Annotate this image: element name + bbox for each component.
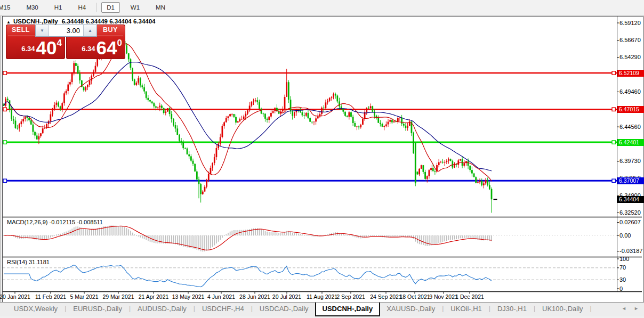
price-axis-label: 6.39730: [619, 158, 641, 165]
trading-platform-window: M15M30H1H4D1W1MN ▲USDCNH-,Daily6.34448 6…: [0, 0, 644, 318]
price-axis-label: 6.54290: [619, 54, 641, 61]
tab-scroll-left-button[interactable]: ◄: [622, 306, 626, 311]
chart-ohlc-values: 6.34448 6.34449 6.34404 6.34404: [62, 18, 156, 25]
tab-scroll-right-button[interactable]: ►: [634, 306, 639, 311]
chart-tab-bar: USDX,Weekly|EURUSD-,Daily|AUDUSD-,Daily|…: [0, 302, 644, 316]
rsi-axis-label: 30: [619, 276, 626, 283]
horizontal-level-line-6.37007[interactable]: [3, 179, 617, 182]
macd-histogram: [3, 225, 492, 251]
one-click-trade-panel: SELL 6.34404 BUY 6.34640 ▼ ▲: [6, 25, 125, 59]
price-axis-label: 6.44560: [619, 124, 641, 131]
sell-button[interactable]: SELL: [6, 26, 36, 34]
volume-decrease-button[interactable]: ▼: [36, 25, 49, 36]
price-axis-label: 6.56670: [619, 37, 641, 44]
price-level-badge-6.42401: 6.42401: [617, 139, 644, 146]
macd-axis-label: -0.03187: [619, 248, 642, 255]
chart-title: ▲USDCNH-,Daily6.34448 6.34449 6.34404 6.…: [6, 18, 156, 25]
sell-quote: 6.34404: [6, 38, 62, 58]
chart-tab-usdcad[interactable]: USDCAD-,Daily: [253, 303, 315, 316]
macd-axis-label: 0.02607: [619, 219, 641, 226]
rsi-line: [4, 265, 492, 287]
date-axis-label: 20 Jul 2021: [267, 293, 307, 300]
chart-tab-uk100[interactable]: UK100-,Daily: [536, 303, 590, 316]
candles-layer: [3, 32, 493, 213]
price-axis-label: 6.32520: [619, 209, 641, 216]
chart-tab-usdcnh[interactable]: USDCNH-,Daily: [315, 303, 381, 316]
chart-tab-usdx[interactable]: USDX,Weekly: [7, 303, 64, 316]
current-price-marker: [494, 199, 497, 200]
price-level-badge-6.47015: 6.47015: [617, 106, 644, 113]
volume-increase-button[interactable]: ▲: [83, 25, 96, 36]
volume-spinner: ▼ ▲: [35, 25, 97, 37]
macd-axis-label: 0.00: [619, 232, 631, 239]
buy-button[interactable]: BUY: [95, 26, 125, 34]
current-price-badge: 6.34404: [617, 196, 644, 203]
buy-quote: 6.34640: [66, 38, 122, 58]
rsi-axis-label: 0: [619, 286, 623, 292]
price-level-badge-6.52109: 6.52109: [617, 70, 644, 77]
chart-tab-dj30[interactable]: DJ30-,H1: [491, 303, 533, 316]
chart-tab-usdchf[interactable]: USDCHF-,H4: [196, 303, 251, 316]
chart-tab-audusd[interactable]: AUDUSD-,Daily: [131, 303, 193, 316]
chart-symbol-period: USDCNH-,Daily: [13, 18, 58, 25]
volume-input[interactable]: [49, 25, 83, 36]
date-axis-label: 29 Mar 2021: [99, 293, 138, 300]
rsi-axis-label: 70: [619, 264, 626, 271]
date-axis-label: 1 Dec 2021: [450, 293, 489, 300]
rsi-label: RSI(14) 31.1181: [7, 259, 50, 265]
rsi-axis-label: 100: [619, 256, 629, 263]
tab-separator: |: [590, 303, 592, 316]
price-axis-label: 6.59120: [619, 20, 641, 27]
date-axis-label: 21 Apr 2021: [134, 293, 173, 300]
date-axis-label: 5 Mar 2021: [65, 293, 104, 300]
chart-collapse-icon[interactable]: ▲: [6, 20, 11, 25]
axis-ticks: [15, 23, 619, 293]
ma-slow-line: [4, 62, 492, 171]
date-axis-label: 2 Sep 2021: [331, 293, 371, 300]
price-level-badge-6.37007: 6.37007: [617, 177, 644, 184]
price-axis-label: 6.49460: [619, 88, 641, 95]
chart-tab-eurusd[interactable]: EURUSD-,Daily: [67, 303, 128, 316]
macd-label: MACD(12,26,9) -0.012115 -0.008511: [7, 219, 103, 225]
horizontal-level-line-6.42401[interactable]: [3, 141, 617, 144]
horizontal-level-line-6.52109[interactable]: [3, 71, 617, 75]
chart-tab-ukoil[interactable]: UKOil-,H1: [444, 303, 488, 316]
date-axis-label: 20 Jan 2021: [0, 293, 35, 300]
chart-tab-xauusd[interactable]: XAUUSD-,Daily: [380, 303, 441, 316]
